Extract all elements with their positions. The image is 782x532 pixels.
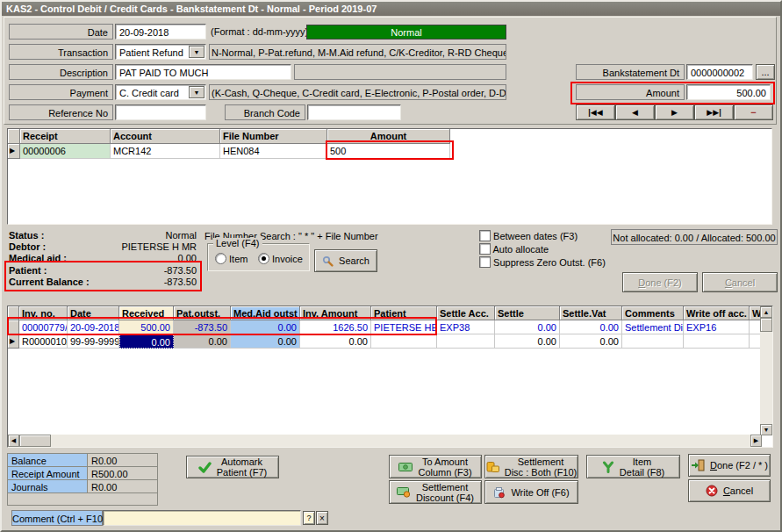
checkbox-auto-allocate[interactable]: Auto allocate xyxy=(479,243,549,255)
cell-received-selected[interactable]: 0.00 xyxy=(119,334,174,349)
search-button[interactable]: Search xyxy=(314,249,377,272)
checkmark-icon xyxy=(198,462,212,473)
checkbox-between-dates-box[interactable] xyxy=(479,230,491,241)
cell-medaid-outst[interactable]: 0.00 xyxy=(231,320,300,334)
title-bar[interactable]: KAS2 - Control Debit / Credit Cards - Ba… xyxy=(2,2,780,16)
cell-patient[interactable]: PIETERSE HEN xyxy=(371,320,437,334)
vscroll-thumb[interactable] xyxy=(760,318,772,332)
nav-last-button[interactable]: ▶▶| xyxy=(694,104,734,120)
settlement-disc-both-button[interactable]: Settlement Disc : Both (F10) xyxy=(484,455,578,478)
comment-input[interactable] xyxy=(103,510,301,526)
cell-comments[interactable] xyxy=(622,334,684,349)
balance-total-value: R0.00 xyxy=(88,453,158,467)
done-button[interactable]: Done (F2 / * ) xyxy=(688,454,771,477)
item-detail-button[interactable]: Item Detail (F8) xyxy=(586,455,680,478)
nav-first-button[interactable]: |◀◀ xyxy=(576,104,615,120)
checkbox-suppress-zero-box[interactable] xyxy=(479,256,491,268)
checkbox-suppress-zero[interactable]: Suppress Zero Outst. (F6) xyxy=(479,256,606,268)
cell-medaid-outst[interactable]: 0.00 xyxy=(231,334,300,349)
cell-inv-no[interactable]: R0000010/X xyxy=(19,334,68,349)
cell-patient[interactable] xyxy=(371,334,437,349)
automark-patient-label: Automark Patient (F7) xyxy=(217,457,267,478)
bankstatement-browse-button[interactable]: ... xyxy=(756,64,775,80)
cell-amount[interactable]: 500 xyxy=(327,144,450,159)
cell-settle-vat[interactable]: 0.00 xyxy=(560,320,622,334)
cancel-icon xyxy=(706,485,718,497)
invoice-grid-hscrollbar[interactable]: ◀ ▶ xyxy=(8,435,762,447)
allocation-cancel-button[interactable]: Cancel xyxy=(702,272,778,292)
col-header-write-off-acc: Write off acc. xyxy=(684,306,750,320)
scroll-down-icon[interactable]: ▼ xyxy=(760,424,772,435)
invoice-grid-vscrollbar[interactable]: ▲ ▼ xyxy=(760,306,772,435)
cell-comments[interactable]: Settlement Disco xyxy=(622,320,684,334)
patient-label: Patient : xyxy=(9,265,47,276)
cell-pat-outst[interactable]: -873.50 xyxy=(174,320,231,334)
cell-date[interactable]: 99-99-9999 xyxy=(68,334,119,349)
scroll-right-icon[interactable]: ▶ xyxy=(750,435,762,447)
cell-inv-no[interactable]: 00000779/X xyxy=(19,320,68,334)
cell-write-off-acc[interactable] xyxy=(684,334,750,349)
radio-invoice[interactable]: Invoice xyxy=(258,253,303,264)
cell-settle[interactable]: 0.00 xyxy=(495,334,560,349)
cell-settle-acc[interactable]: EXP38 xyxy=(437,320,495,334)
cell-file-number[interactable]: HEN084 xyxy=(220,144,327,159)
branch-code-input[interactable] xyxy=(307,104,401,120)
invoice-grid-row-2: ▶ R0000010/X 99-99-9999 0.00 0.00 0.00 0… xyxy=(8,334,761,349)
amount-input[interactable]: 500.00 xyxy=(686,84,771,100)
cell-settle-vat[interactable]: 0.00 xyxy=(560,334,622,349)
cell-settle[interactable]: 0.00 xyxy=(495,320,560,334)
checkbox-between-dates-label: Between dates (F3) xyxy=(493,231,578,241)
bankstatement-input[interactable]: 0000000002 xyxy=(686,64,753,80)
chevron-down-icon[interactable]: ▼ xyxy=(189,46,204,58)
nav-next-button[interactable]: ▶ xyxy=(655,104,694,120)
settlement-discount-button[interactable]: Settlement Discount (F4) xyxy=(389,480,482,504)
transaction-dropdown[interactable]: Patient Refund ▼ xyxy=(115,44,206,60)
cell-date[interactable]: 20-09-2018 xyxy=(68,320,119,334)
radio-invoice-circle[interactable] xyxy=(258,253,269,264)
checkbox-between-dates[interactable]: Between dates (F3) xyxy=(479,230,578,241)
radio-item-circle[interactable] xyxy=(215,253,226,264)
row-indicator-blank xyxy=(8,320,19,334)
col-header-inv-amount: Inv. Amount xyxy=(300,306,371,320)
automark-patient-button[interactable]: Automark Patient (F7) xyxy=(186,456,279,478)
comment-clear-button[interactable]: × xyxy=(316,511,328,525)
medical-aid-label: Medical aid : xyxy=(9,253,67,263)
cell-pat-outst[interactable]: 0.00 xyxy=(174,334,231,349)
comment-help-button[interactable]: ? xyxy=(303,511,315,525)
cancel-button[interactable]: Cancel xyxy=(688,479,771,502)
nav-prev-button[interactable]: ◀ xyxy=(615,104,655,120)
item-detail-icon xyxy=(602,461,614,473)
checkbox-auto-allocate-box[interactable] xyxy=(479,243,491,255)
scroll-up-icon[interactable]: ▲ xyxy=(760,306,772,318)
cell-receipt[interactable]: 00000006 xyxy=(20,144,111,159)
reference-input[interactable] xyxy=(115,104,206,120)
description-input[interactable]: PAT PAID TO MUCH xyxy=(115,64,291,80)
allocation-done-button[interactable]: Done (F2) xyxy=(622,272,698,292)
reference-label: Reference No xyxy=(9,104,113,120)
totals-row-balance: Balance R0.00 xyxy=(7,453,158,467)
nav-delete-button[interactable]: − xyxy=(734,104,773,120)
cell-inv-amount[interactable]: 0.00 xyxy=(300,334,371,349)
radio-item[interactable]: Item xyxy=(215,253,248,264)
amount-label: Amount xyxy=(576,84,685,100)
invoice-grid: Inv. no. Date Received Pat.outst. Med.Ai… xyxy=(7,306,773,448)
cell-settle-acc[interactable] xyxy=(437,334,495,349)
hscroll-track[interactable] xyxy=(51,435,750,447)
totals-table: Balance R0.00 Receipt Amount R500.00 Jou… xyxy=(7,453,158,506)
cell-received[interactable]: 500.00 xyxy=(119,320,174,334)
to-amount-column-button[interactable]: To Amount Column (F3) xyxy=(389,455,482,478)
date-label: Date xyxy=(9,24,113,40)
cell-write-off-acc[interactable]: EXP16 xyxy=(684,320,750,334)
scroll-left-icon[interactable]: ◀ xyxy=(8,435,19,447)
date-input[interactable]: 20-09-2018 xyxy=(115,24,206,40)
cell-inv-amount[interactable]: 1626.50 xyxy=(300,320,371,334)
journals-total-value: R0.00 xyxy=(88,479,158,493)
cell-account[interactable]: MCR142 xyxy=(111,144,220,159)
col-header-settle-acc: Settle Acc. xyxy=(437,306,495,320)
write-off-button[interactable]: Write Off (F6) xyxy=(484,480,578,504)
chevron-down-icon[interactable]: ▼ xyxy=(189,86,204,98)
hscroll-thumb[interactable] xyxy=(19,435,51,447)
totals-empty-cell xyxy=(7,492,158,506)
payment-dropdown[interactable]: C. Credit card ▼ xyxy=(115,84,206,100)
vscroll-track[interactable] xyxy=(760,332,772,424)
